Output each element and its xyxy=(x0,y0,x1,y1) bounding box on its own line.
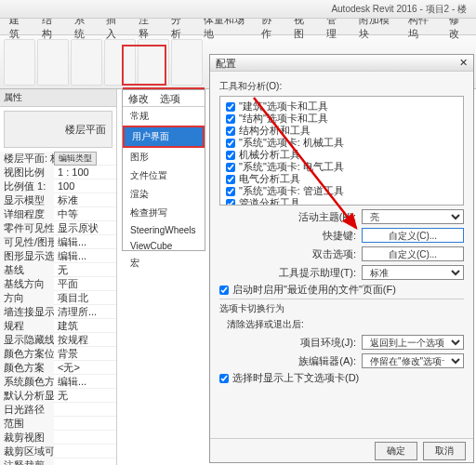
property-row[interactable]: 裁剪视图 xyxy=(0,431,116,445)
recent-check[interactable] xyxy=(219,286,229,295)
dialog-footer: 确定 取消 xyxy=(210,438,473,462)
tool-check: 管道分析工具 xyxy=(226,197,457,206)
property-row[interactable]: 范围 xyxy=(0,417,116,431)
property-row[interactable]: 规程建筑 xyxy=(0,319,116,333)
ribbon-button[interactable] xyxy=(4,39,35,86)
menu-item[interactable]: 常规 xyxy=(123,107,205,126)
property-row[interactable]: 显示模型标准 xyxy=(0,193,116,207)
tab-options[interactable]: 选项 xyxy=(154,90,186,106)
options-dialog: 配置 ✕ 工具和分析(O): "建筑"选项卡和工具"结构"选项卡和工具结构分析和… xyxy=(209,54,474,463)
dialog-body: 工具和分析(O): "建筑"选项卡和工具"结构"选项卡和工具结构分析和工具"系统… xyxy=(210,72,473,438)
tools-label: 工具和分析(O): xyxy=(219,80,464,93)
tab-modify[interactable]: 修改 xyxy=(123,90,154,106)
menu-item[interactable]: 宏 xyxy=(123,254,205,272)
ribbon-button[interactable] xyxy=(138,39,169,86)
property-row[interactable]: 视图比例1 : 100 xyxy=(0,166,116,179)
ribbon-button[interactable] xyxy=(104,39,136,86)
fam-editor-select[interactable]: 停留在"修改"选项卡 xyxy=(362,353,464,368)
property-row[interactable]: 日光路径 xyxy=(0,403,116,417)
menu-item[interactable]: SteeringWheels xyxy=(123,222,205,238)
property-row[interactable]: 图形显示选项编辑... xyxy=(0,249,116,263)
property-row[interactable]: 默认分析显示样式无 xyxy=(0,389,116,403)
properties-panel: 属性 楼层平面 楼层平面: 标高 1 编辑类型 视图比例1 : 100比例值 1… xyxy=(0,89,117,465)
property-row[interactable]: 详细程度中等 xyxy=(0,207,116,221)
theme-select[interactable]: 亮 xyxy=(362,209,464,224)
context-check[interactable] xyxy=(219,374,229,383)
app-title: Autodesk Revit 2016 - 项目2 - 楼 xyxy=(331,3,467,16)
property-row[interactable]: 方向项目北 xyxy=(0,291,116,305)
property-row[interactable]: 基线无 xyxy=(0,263,116,277)
menu-item[interactable]: 用户界面 xyxy=(123,126,205,148)
shortcut-button[interactable]: 自定义(C)... xyxy=(362,228,464,243)
type-selector[interactable]: 楼层平面: 标高 1 编辑类型 xyxy=(0,152,116,166)
property-row[interactable]: 零件可见性显示原状 xyxy=(0,221,116,235)
ribbon-button[interactable] xyxy=(71,39,102,86)
property-row[interactable]: 可见性/图形替换编辑... xyxy=(0,235,116,249)
property-row[interactable]: 基线方向平面 xyxy=(0,277,116,291)
panel-header: 属性 xyxy=(0,89,116,107)
ok-button[interactable]: 确定 xyxy=(375,442,417,460)
edit-type-button[interactable]: 编辑类型 xyxy=(54,152,97,166)
menu-item[interactable]: ViewCube xyxy=(123,238,205,254)
menu-tabs: 修改 选项 xyxy=(123,90,205,107)
cancel-button[interactable]: 取消 xyxy=(423,442,466,460)
view-thumb[interactable]: 楼层平面 xyxy=(4,111,112,148)
dblclick-button[interactable]: 自定义(C)... xyxy=(362,246,464,261)
property-row[interactable]: 系统颜色方案编辑... xyxy=(0,375,116,389)
ribbon-button[interactable] xyxy=(37,39,69,86)
menu-item[interactable]: 检查拼写 xyxy=(123,204,205,222)
property-row[interactable]: 注释裁剪 xyxy=(0,458,116,465)
tooltip-select[interactable]: 标准 xyxy=(362,265,464,280)
property-row[interactable]: 显示隐藏线按规程 xyxy=(0,333,116,347)
tab-section-label: 选项卡切换行为 xyxy=(219,302,464,315)
menu-item[interactable]: 渲染 xyxy=(123,185,205,204)
property-row[interactable]: 比例值 1:100 xyxy=(0,179,116,193)
ribbon-tabs: 建筑结构系统插入注释分析体量和场地协作视图管理附加模块构件坞修改 xyxy=(0,19,476,35)
property-row[interactable]: 颜色方案<无> xyxy=(0,361,116,375)
property-row[interactable]: 裁剪区域可见 xyxy=(0,445,116,458)
proj-env-select[interactable]: 返回到上一个选项卡 xyxy=(362,335,464,350)
property-row[interactable]: 墙连接显示清理所... xyxy=(0,305,116,319)
menu-item[interactable]: 图形 xyxy=(123,148,205,166)
title-bar: Autodesk Revit 2016 - 项目2 - 楼 xyxy=(0,0,476,19)
tools-checklist: "建筑"选项卡和工具"结构"选项卡和工具结构分析和工具"系统"选项卡: 机械工具… xyxy=(219,96,464,206)
dialog-title: 配置 ✕ xyxy=(210,55,473,72)
close-icon[interactable]: ✕ xyxy=(459,57,468,69)
property-row[interactable]: 颜色方案位置背景 xyxy=(0,347,116,361)
menu-item[interactable]: 文件位置 xyxy=(123,166,205,185)
ribbon-button[interactable] xyxy=(171,39,203,86)
options-menu: 修改 选项 常规用户界面图形文件位置渲染检查拼写SteeringWheelsVi… xyxy=(122,89,205,251)
